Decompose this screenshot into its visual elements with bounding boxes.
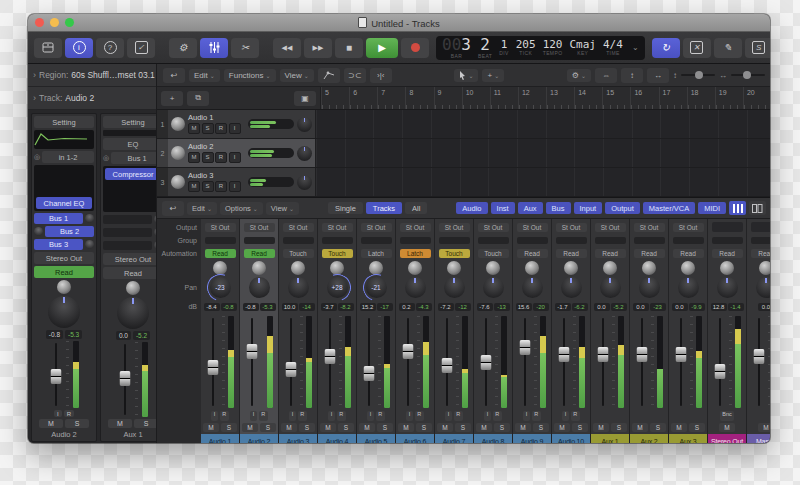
quick-help-button[interactable]: ? bbox=[96, 38, 124, 58]
channel-group-slot[interactable] bbox=[205, 237, 236, 244]
automation-mode-button[interactable]: Read bbox=[205, 249, 236, 258]
mute-button[interactable]: M bbox=[188, 123, 200, 134]
channel-group-slot[interactable] bbox=[244, 237, 275, 244]
send-bus-button[interactable]: Bus 2 bbox=[45, 226, 94, 237]
mute-button[interactable]: M bbox=[437, 423, 453, 432]
channel-output-button[interactable]: St Out bbox=[322, 223, 353, 232]
automation-mode-button[interactable]: Read bbox=[556, 249, 587, 258]
mute-button[interactable]: M bbox=[515, 423, 531, 432]
channel-name[interactable]: Audio 10 bbox=[552, 434, 590, 443]
track-header[interactable]: 3 Audio 3 M S R I bbox=[157, 168, 316, 196]
waveform-zoom-button[interactable]: ⇔ bbox=[595, 68, 617, 83]
send-level-knob[interactable] bbox=[85, 214, 94, 223]
add-track-button[interactable]: + bbox=[161, 91, 183, 106]
volume-fader[interactable] bbox=[675, 316, 687, 408]
smart-controls-button[interactable]: ⚙ bbox=[169, 38, 197, 58]
solo-button[interactable]: S bbox=[338, 423, 354, 432]
lcd-display[interactable]: 003BAR 2BEAT 1DIV 205TICK 120TEMPO CmajK… bbox=[436, 36, 645, 60]
mute-button[interactable]: M bbox=[281, 423, 297, 432]
automation-mode-button[interactable]: Read bbox=[103, 267, 156, 279]
input-monitor-button[interactable]: I bbox=[250, 411, 257, 421]
horizontal-auto-zoom-button[interactable]: ↔ bbox=[647, 68, 669, 83]
mute-button[interactable]: M bbox=[188, 181, 200, 192]
channel-output-button[interactable]: St Out bbox=[634, 223, 665, 232]
track-row[interactable]: 1 Audio 1 M S R I bbox=[157, 110, 770, 139]
channel-name[interactable]: Audio 6 bbox=[396, 434, 434, 443]
region-inspector-header[interactable]: › Region: 60s Shuffl…mset 03.1 bbox=[28, 64, 156, 87]
track-lane[interactable] bbox=[316, 110, 770, 138]
mute-button[interactable]: M bbox=[320, 423, 336, 432]
solo-button[interactable]: S bbox=[299, 423, 315, 432]
track-pan-knob[interactable] bbox=[297, 175, 312, 190]
channel-group-slot[interactable] bbox=[673, 237, 704, 244]
mixer-view-menu[interactable]: View⌄ bbox=[266, 202, 299, 215]
setting-button[interactable]: Setting bbox=[103, 116, 156, 128]
solo-button[interactable]: S bbox=[494, 423, 510, 432]
solo-button[interactable]: S bbox=[533, 423, 549, 432]
channel-group-slot[interactable] bbox=[595, 237, 626, 244]
library-button[interactable] bbox=[34, 38, 62, 58]
track-inspector-header[interactable]: › Track: Audio 2 bbox=[28, 87, 156, 110]
record-enable-button[interactable]: R bbox=[493, 411, 502, 421]
pan-knob[interactable] bbox=[117, 297, 149, 329]
channel-output-button[interactable]: St Out bbox=[517, 223, 548, 232]
mute-button[interactable]: M bbox=[593, 423, 609, 432]
channel-group-slot[interactable] bbox=[361, 237, 392, 244]
vertical-zoom-slider[interactable] bbox=[681, 74, 715, 76]
channel-group-slot[interactable] bbox=[517, 237, 548, 244]
channel-name[interactable]: Audio 1 bbox=[201, 434, 239, 443]
low-latency-button[interactable]: ✎ bbox=[714, 38, 742, 58]
tracks-view-menu[interactable]: View⌄ bbox=[280, 69, 314, 82]
solo-button[interactable]: S bbox=[572, 423, 588, 432]
volume-fader[interactable] bbox=[246, 316, 258, 408]
wide-channel-view-button[interactable] bbox=[749, 201, 766, 215]
input-monitor-button[interactable]: I bbox=[484, 411, 491, 421]
channel-output-button[interactable]: St Out bbox=[244, 223, 275, 232]
catch-playhead-button[interactable]: ↩ bbox=[162, 201, 184, 216]
mixer-scope-button[interactable]: Tracks bbox=[366, 202, 402, 214]
mixer-channel-strip[interactable]: St Out Read bbox=[591, 219, 630, 443]
mixer-channel-strip[interactable]: St Out Touch bbox=[474, 219, 513, 443]
join-regions-button[interactable]: ⊃⊂ bbox=[344, 68, 366, 83]
channel-output-button[interactable]: St Out bbox=[400, 223, 431, 232]
pointer-tool-menu[interactable]: ⌄ bbox=[454, 69, 478, 82]
track-gear-menu[interactable]: ⚙⌄ bbox=[567, 69, 591, 82]
input-monitor-button[interactable]: I bbox=[328, 411, 335, 421]
automation-curve-button[interactable] bbox=[318, 68, 340, 83]
pan-knob[interactable] bbox=[756, 277, 771, 298]
volume-fader[interactable] bbox=[480, 316, 492, 408]
solo-button[interactable]: S bbox=[455, 423, 471, 432]
automation-mode-button[interactable]: Read bbox=[517, 249, 548, 258]
channel-output-button[interactable]: St Out bbox=[478, 223, 509, 232]
stereo-format-icon[interactable]: ◎ bbox=[34, 153, 40, 161]
record-enable-button[interactable]: R bbox=[376, 411, 385, 421]
channel-name[interactable]: Audio 7 bbox=[435, 434, 473, 443]
track-lane[interactable] bbox=[316, 168, 770, 196]
output-slot-button[interactable]: Stereo Out bbox=[103, 253, 156, 265]
volume-fader[interactable] bbox=[285, 316, 297, 408]
pan-knob[interactable]: -21 bbox=[366, 277, 387, 298]
solo-button[interactable]: S bbox=[650, 423, 666, 432]
pan-knob[interactable] bbox=[561, 277, 582, 298]
track-row[interactable]: 2 Audio 2 M S R I bbox=[157, 139, 770, 168]
volume-fader[interactable] bbox=[753, 316, 765, 408]
mixer-button[interactable] bbox=[200, 38, 228, 58]
lcd-chevron-icon[interactable]: ⌄ bbox=[632, 43, 639, 52]
mixer-channel-strip[interactable]: St Out Read bbox=[513, 219, 552, 443]
record-enable-button[interactable]: R bbox=[454, 411, 463, 421]
solo-button[interactable]: S bbox=[202, 123, 214, 134]
mixer-channel-strip[interactable]: St Out Touch bbox=[279, 219, 318, 443]
input-monitor-button[interactable]: I bbox=[54, 410, 62, 417]
eq-button[interactable]: EQ bbox=[103, 138, 156, 150]
track-lane[interactable] bbox=[316, 139, 770, 167]
channel-group-slot[interactable] bbox=[751, 237, 771, 244]
channel-group-slot[interactable] bbox=[283, 237, 314, 244]
pan-knob[interactable] bbox=[288, 277, 309, 298]
track-pan-knob[interactable] bbox=[297, 117, 312, 132]
automation-mode-button[interactable]: Read bbox=[712, 249, 743, 258]
solo-button[interactable]: S bbox=[65, 419, 89, 428]
solo-button[interactable]: S bbox=[202, 152, 214, 163]
audio-fx-plugin-button[interactable]: Channel EQ bbox=[36, 197, 92, 209]
mute-button[interactable]: M bbox=[203, 423, 219, 432]
record-enable-button[interactable]: R bbox=[64, 410, 74, 417]
